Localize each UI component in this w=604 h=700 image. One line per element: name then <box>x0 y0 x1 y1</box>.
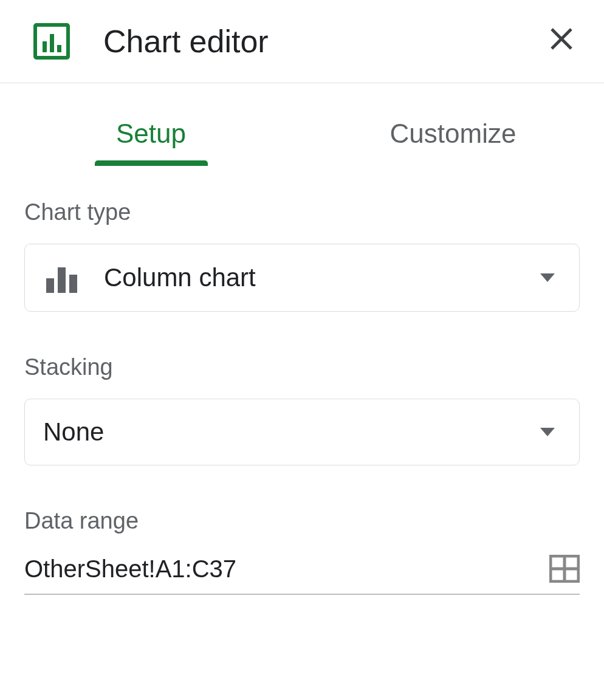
chart-type-value: Column chart <box>104 263 540 292</box>
stacking-label: Stacking <box>24 354 580 380</box>
svg-rect-1 <box>43 41 47 52</box>
tab-setup[interactable]: Setup <box>0 108 302 160</box>
caret-down-icon <box>540 428 555 436</box>
setup-panel: Chart type Column chart Stacking None Da… <box>0 160 604 595</box>
column-chart-icon <box>43 262 80 293</box>
data-range-label: Data range <box>24 508 580 534</box>
stacking-value: None <box>43 417 540 447</box>
chart-editor-icon <box>33 23 70 60</box>
panel-title: Chart editor <box>103 23 543 60</box>
tabs: Setup Customize <box>0 83 604 160</box>
stacking-select[interactable]: None <box>24 399 580 465</box>
caret-down-icon <box>540 273 555 282</box>
select-range-button[interactable] <box>549 555 580 583</box>
data-range-row: OtherSheet!A1:C37 <box>24 552 580 595</box>
svg-rect-2 <box>50 34 54 52</box>
close-button[interactable] <box>543 25 580 58</box>
panel-header: Chart editor <box>0 0 604 83</box>
chart-type-label: Chart type <box>24 199 580 225</box>
tab-customize[interactable]: Customize <box>302 108 604 160</box>
chart-type-select[interactable]: Column chart <box>24 244 580 312</box>
data-range-input[interactable]: OtherSheet!A1:C37 <box>24 555 549 583</box>
svg-rect-3 <box>57 45 61 52</box>
